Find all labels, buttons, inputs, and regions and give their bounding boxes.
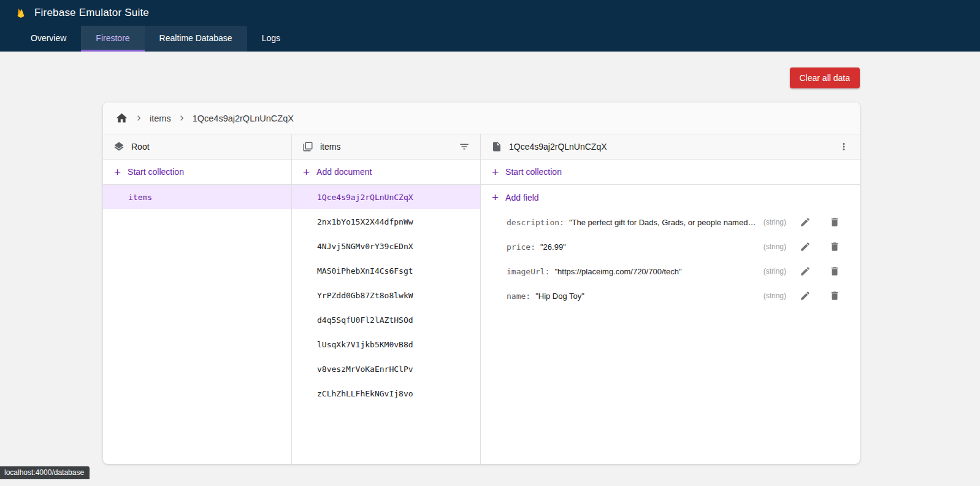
document-panel-header: 1Qce4s9aj2rQLnUnCZqX xyxy=(481,134,860,160)
field-value: "The perfect gift for Dads, Grads, or pe… xyxy=(569,218,756,227)
field-type: (string) xyxy=(756,267,786,276)
firestore-columns: Root + Start collection items items + Ad… xyxy=(103,134,860,464)
collection-panel-header: items xyxy=(292,134,480,160)
document-panel-title: 1Qce4s9aj2rQLnUnCZqX xyxy=(509,142,607,152)
filter-icon[interactable] xyxy=(459,141,470,152)
plus-icon: + xyxy=(114,166,121,178)
tab-realtime-database[interactable]: Realtime Database xyxy=(145,26,247,52)
home-icon[interactable] xyxy=(115,112,128,125)
field-value: "26.99" xyxy=(540,242,566,252)
start-collection-label: Start collection xyxy=(505,167,562,177)
breadcrumb: items 1Qce4s9aj2rQLnUnCZqX xyxy=(103,102,860,134)
document-item[interactable]: lUsqXk7V1jkb5KM0vB8d xyxy=(292,332,480,357)
collection-icon xyxy=(302,141,313,152)
more-vert-icon[interactable] xyxy=(838,141,849,152)
firebase-logo-icon xyxy=(15,7,27,19)
document-panel: 1Qce4s9aj2rQLnUnCZqX + Start collection … xyxy=(481,134,860,464)
document-item[interactable]: zCLhZhLLFhEkNGvIj8vo xyxy=(292,381,480,406)
breadcrumb-document[interactable]: 1Qce4s9aj2rQLnUnCZqX xyxy=(193,114,294,123)
app-topbar: Firebase Emulator Suite xyxy=(0,0,980,26)
field-row: name: "Hip Dog Toy" (string) xyxy=(481,284,860,308)
field-type: (string) xyxy=(756,218,786,226)
field-value: "Hip Dog Toy" xyxy=(535,291,584,301)
start-collection-button[interactable]: + Start collection xyxy=(103,160,291,185)
add-document-label: Add document xyxy=(316,167,372,177)
clear-all-data-button[interactable]: Clear all data xyxy=(790,68,860,88)
app-title: Firebase Emulator Suite xyxy=(34,7,149,19)
tab-overview[interactable]: Overview xyxy=(16,26,81,52)
field-row: description: "The perfect gift for Dads,… xyxy=(481,210,860,234)
firestore-icon xyxy=(113,141,124,152)
document-item[interactable]: v8veszMrVoKaEnrHClPv xyxy=(292,357,480,381)
tab-firestore[interactable]: Firestore xyxy=(81,26,144,52)
document-item[interactable]: YrPZdd0Gb87Zt8o8lwkW xyxy=(292,283,480,307)
root-panel: Root + Start collection items xyxy=(103,134,292,464)
field-row: price: "26.99" (string) xyxy=(481,234,860,259)
field-value: "https://placeimg.com/720/700/tech" xyxy=(554,267,681,276)
tab-logs[interactable]: Logs xyxy=(247,26,295,52)
root-panel-header: Root xyxy=(103,134,291,160)
nav-tabs: Overview Firestore Realtime Database Log… xyxy=(0,26,980,52)
breadcrumb-collection[interactable]: items xyxy=(150,114,171,123)
edit-field-icon[interactable] xyxy=(800,266,811,277)
add-document-button[interactable]: + Add document xyxy=(292,160,480,185)
add-field-label: Add field xyxy=(505,193,538,202)
document-item[interactable]: d4q5SqfU0Fl2lAZtHSOd xyxy=(292,307,480,332)
chevron-right-icon xyxy=(177,113,187,123)
root-panel-title: Root xyxy=(131,142,150,152)
edit-field-icon[interactable] xyxy=(800,217,811,228)
main-content: Clear all data items 1Qce4s9aj2rQLnUnCZq… xyxy=(103,52,860,464)
edit-field-icon[interactable] xyxy=(800,241,811,252)
firestore-panel-card: items 1Qce4s9aj2rQLnUnCZqX Root + Start … xyxy=(103,102,860,464)
document-item[interactable]: 2nx1bYo15X2X44dfpnWw xyxy=(292,209,480,234)
chevron-right-icon xyxy=(134,113,144,123)
collection-panel-title: items xyxy=(320,142,340,152)
field-key: imageUrl: xyxy=(507,267,549,276)
field-type: (string) xyxy=(756,291,786,300)
document-icon xyxy=(491,141,502,152)
document-item[interactable]: 1Qce4s9aj2rQLnUnCZqX xyxy=(292,185,480,209)
plus-icon: + xyxy=(492,166,499,178)
collection-item-items[interactable]: items xyxy=(103,185,291,209)
field-key: price: xyxy=(507,242,535,252)
field-key: name: xyxy=(507,291,530,301)
delete-field-icon[interactable] xyxy=(829,266,840,277)
status-bar-url: localhost:4000/database xyxy=(0,466,90,479)
start-collection-button-document[interactable]: + Start collection xyxy=(481,160,860,185)
collection-panel: items + Add document 1Qce4s9aj2rQLnUnCZq… xyxy=(292,134,481,464)
start-collection-label: Start collection xyxy=(128,167,184,177)
toolbar-row: Clear all data xyxy=(103,68,860,88)
field-row: imageUrl: "https://placeimg.com/720/700/… xyxy=(481,259,860,284)
edit-field-icon[interactable] xyxy=(800,290,811,301)
document-item[interactable]: 4NJvj5NGMv0rY39cEDnX xyxy=(292,234,480,258)
field-key: description: xyxy=(507,218,564,227)
delete-field-icon[interactable] xyxy=(829,241,840,252)
plus-icon: + xyxy=(303,166,310,178)
plus-icon: + xyxy=(492,191,499,203)
app-header: Firebase Emulator Suite Overview Firesto… xyxy=(0,0,980,52)
field-type: (string) xyxy=(756,242,786,251)
delete-field-icon[interactable] xyxy=(829,217,840,228)
document-item[interactable]: MAS0iPhebXnI4Cs6Fsgt xyxy=(292,258,480,283)
add-field-button[interactable]: + Add field xyxy=(481,185,860,210)
delete-field-icon[interactable] xyxy=(829,290,840,301)
